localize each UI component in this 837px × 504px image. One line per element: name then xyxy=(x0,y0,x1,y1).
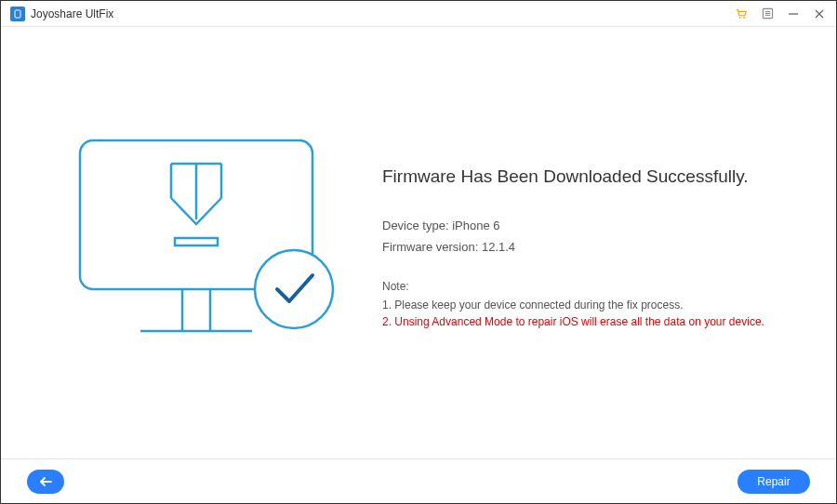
minimize-icon[interactable] xyxy=(786,7,801,21)
firmware-version-value: 12.1.4 xyxy=(482,240,515,254)
titlebar: Joyoshare UltFix xyxy=(1,1,836,27)
close-icon[interactable] xyxy=(812,7,827,21)
firmware-version-row: Firmware version: 12.1.4 xyxy=(382,236,799,258)
note-line-2-warning: 2. Unsing Advanced Mode to repair iOS wi… xyxy=(382,315,799,328)
svg-point-1 xyxy=(739,17,741,19)
device-type-value: iPhone 6 xyxy=(452,219,499,232)
titlebar-left: Joyoshare UltFix xyxy=(10,7,734,21)
arrow-left-icon xyxy=(38,476,53,487)
success-heading: Firmware Has Been Downloaded Successfull… xyxy=(382,166,799,187)
app-icon xyxy=(10,7,25,21)
menu-icon[interactable] xyxy=(760,7,775,21)
firmware-version-label: Firmware version: xyxy=(382,240,478,254)
download-complete-illustration xyxy=(38,103,354,382)
footer: Repair xyxy=(1,458,836,503)
titlebar-controls xyxy=(734,7,827,21)
device-info: Device type: iPhone 6 Firmware version: … xyxy=(382,215,799,259)
content-panel: Firmware Has Been Downloaded Successfull… xyxy=(354,157,799,329)
main-area: Firmware Has Been Downloaded Successfull… xyxy=(1,27,836,458)
svg-rect-0 xyxy=(15,10,20,18)
svg-point-2 xyxy=(743,17,745,19)
app-title: Joyoshare UltFix xyxy=(31,7,113,20)
svg-point-19 xyxy=(255,250,333,328)
device-type-label: Device type: xyxy=(382,219,449,232)
repair-button-label: Repair xyxy=(757,475,790,488)
cart-icon[interactable] xyxy=(734,7,749,21)
note-line-1: 1. Please keep your device connected dur… xyxy=(382,298,799,312)
repair-button[interactable]: Repair xyxy=(737,470,810,494)
device-type-row: Device type: iPhone 6 xyxy=(382,215,799,236)
back-button[interactable] xyxy=(27,470,64,494)
note-label: Note: xyxy=(382,280,799,293)
svg-rect-18 xyxy=(175,238,218,245)
